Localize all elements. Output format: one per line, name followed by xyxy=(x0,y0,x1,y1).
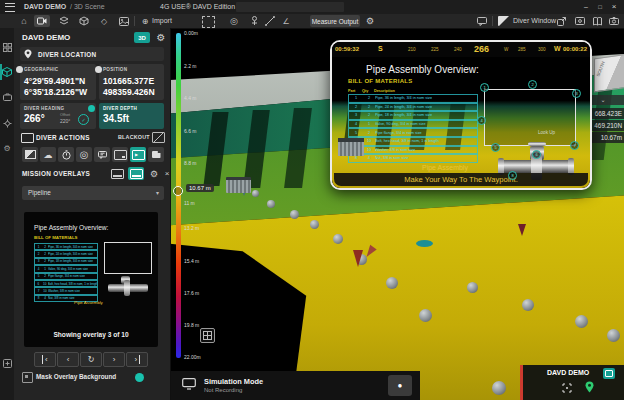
preview-bom-title: BILL OF MATERIALS xyxy=(34,235,78,240)
overlay-list-icon[interactable] xyxy=(110,168,124,180)
action-timer[interactable] xyxy=(58,147,74,162)
import-icon[interactable]: ⊕ xyxy=(140,15,150,27)
hamburger-menu[interactable] xyxy=(5,3,15,12)
record-button[interactable]: ● xyxy=(388,375,412,396)
dark-cone-marker xyxy=(518,224,526,236)
preview-pipe-label: Pipe Assembly xyxy=(74,300,103,305)
overlay-close-icon[interactable]: × xyxy=(162,167,172,180)
chat-icon[interactable] xyxy=(476,16,488,27)
scale-tick: 8.8 m xyxy=(184,160,197,166)
action-overlay-active[interactable]: ▶ xyxy=(130,147,146,162)
settings-gear-icon[interactable]: ⚙ xyxy=(364,15,376,27)
bom-row: 12Pipe, 36 in length, 3/4 in nom size xyxy=(348,94,478,103)
pipe-overlay-window[interactable]: 00:59:32 S 210 225 240 266 W 285 300 W 0… xyxy=(330,40,592,190)
left-rail: ⚙ xyxy=(0,28,14,400)
grid-view-button[interactable] xyxy=(200,328,215,343)
overlay-next-button[interactable]: › xyxy=(103,352,125,367)
focus-crosshair-icon[interactable] xyxy=(561,382,573,394)
action-pip-window[interactable] xyxy=(112,147,128,162)
diver-marker-icon[interactable] xyxy=(248,15,260,27)
diver-window-icon[interactable] xyxy=(498,16,510,26)
bom-row: 41Valve, 90 deg, 3/4 in nom size xyxy=(348,120,478,129)
compass-tick: 210 xyxy=(408,47,416,52)
camera-capture-icon[interactable] xyxy=(608,16,620,26)
rail-equipment-icon[interactable] xyxy=(2,118,12,128)
callout-circle: 6 xyxy=(532,150,541,159)
mesh-structure xyxy=(226,177,251,193)
compass-tick: 300 xyxy=(538,47,546,52)
simulation-mode-label: Simulation Mode xyxy=(204,377,263,386)
overlay-last-button[interactable]: › xyxy=(126,352,148,367)
action-cloud[interactable]: ☁ xyxy=(40,147,56,162)
cube-icon[interactable] xyxy=(78,15,90,27)
minimize-button[interactable]: – xyxy=(580,0,592,14)
measure-line-icon[interactable] xyxy=(264,15,276,27)
look-up-label: Look Up xyxy=(538,130,555,135)
action-target[interactable]: ◎ xyxy=(76,147,92,162)
scale-tick: 13.2 m xyxy=(184,225,199,231)
showing-overlay-status: Showing overlay 3 of 10 xyxy=(24,327,158,341)
callout-circle: 1 xyxy=(480,83,489,92)
overlay-settings-icon[interactable]: ⚙ xyxy=(148,167,160,180)
diver-heading-label: DIVER HEADING xyxy=(24,106,64,111)
nav-cube[interactable]: SOUTH xyxy=(594,54,624,93)
overlay-type-dropdown[interactable]: Pipeline ▾ xyxy=(22,186,164,200)
close-button[interactable]: × xyxy=(608,0,620,14)
scale-tick: 0.00m xyxy=(184,30,198,36)
image-icon[interactable] xyxy=(118,15,130,27)
compass-tick: 225 xyxy=(431,47,439,52)
diamond-icon[interactable]: ◇ xyxy=(98,15,110,27)
diver-window-label[interactable]: Diver Window xyxy=(513,14,556,28)
logbook-icon[interactable] xyxy=(592,16,603,26)
heading-value: 266° xyxy=(24,113,45,124)
rail-dashboard-icon[interactable] xyxy=(2,42,12,52)
sidebar-panel: DAVD DEMO 3D ⚙ DIVER LOCATION GEOGRAPHIC… xyxy=(14,28,171,400)
location-pin-icon xyxy=(24,49,32,59)
sidebar-gear-icon[interactable]: ⚙ xyxy=(154,30,168,44)
crosshair-icon[interactable]: ◎ xyxy=(228,15,240,27)
action-video-panel[interactable] xyxy=(148,147,164,162)
callout-circle: 4 xyxy=(477,116,486,125)
rail-add-icon[interactable] xyxy=(2,358,12,368)
action-message[interactable] xyxy=(94,147,110,162)
rail-3d-scene-icon[interactable] xyxy=(2,67,12,77)
maximize-button[interactable]: □ xyxy=(594,0,606,14)
camera-view-button[interactable] xyxy=(34,15,50,27)
blackout-button[interactable]: BLACKOUT xyxy=(118,134,150,140)
screenshot-icon[interactable] xyxy=(574,16,586,26)
action-blackout-display[interactable] xyxy=(22,147,38,162)
overlay-show-icon-active[interactable] xyxy=(128,167,144,180)
angle-icon[interactable]: ∠ xyxy=(280,15,292,27)
longitude-value: 6°35'18.2126"W xyxy=(24,87,87,97)
rail-settings-icon[interactable]: ⚙ xyxy=(2,143,12,153)
overlay-refresh-button[interactable]: ↻ xyxy=(80,352,102,367)
frame-select-icon[interactable] xyxy=(202,16,215,28)
pipe-assembly-label: Pipe Assembly xyxy=(422,164,468,171)
external-link-icon[interactable] xyxy=(556,16,567,26)
waypoint-sphere xyxy=(333,234,343,244)
measure-output-button[interactable]: Measure Output xyxy=(310,15,360,27)
rail-toolbox-icon[interactable] xyxy=(2,92,12,102)
layers-icon[interactable] xyxy=(58,15,70,27)
status-bar: Simulation Mode Not Recording ● xyxy=(170,371,420,400)
home-icon[interactable]: ⌂ xyxy=(18,15,30,27)
location-green-pin-icon[interactable] xyxy=(585,381,594,393)
overlay-prev-button[interactable]: ‹ xyxy=(57,352,79,367)
waypoint-banner: Make Your Way To The Waypoint. xyxy=(334,173,588,186)
callout-circle: 3 xyxy=(572,89,581,98)
scale-tick: 22.00m xyxy=(184,354,201,360)
import-label[interactable]: Import xyxy=(152,14,172,28)
edition-label: 4G USE® DAVD Edition xyxy=(160,0,235,14)
blackout-icon[interactable] xyxy=(152,132,165,143)
diver-location-row: DIVER LOCATION xyxy=(20,47,164,61)
corner-badge-icon[interactable] xyxy=(603,368,615,379)
3d-mode-badge[interactable]: 3D xyxy=(134,32,150,43)
position-label: POSITION xyxy=(103,67,127,72)
waypoint-sphere xyxy=(267,200,275,208)
waypoint-sphere xyxy=(492,381,506,395)
heading-offset-label: Offset xyxy=(60,113,70,117)
latitude-value: 4°29'59.4901"N xyxy=(24,76,85,86)
callout-circle: 2 xyxy=(528,80,537,89)
titlebar-field[interactable] xyxy=(236,2,344,12)
overlay-first-button[interactable]: ‹ xyxy=(34,352,56,367)
